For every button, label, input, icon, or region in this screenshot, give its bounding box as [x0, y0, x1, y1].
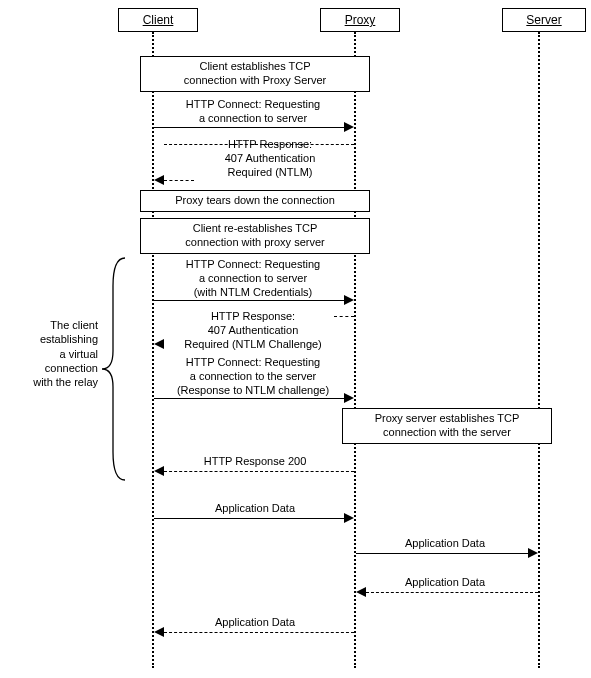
annotation-line: The client: [50, 319, 98, 331]
msg-line: Application Data: [405, 537, 485, 549]
annotation-line: a virtual: [59, 348, 98, 360]
note-line: Proxy tears down the connection: [175, 194, 335, 206]
note-line: connection with Proxy Server: [184, 74, 326, 86]
note-reestablish-tcp-proxy: Client re-establishes TCP connection wit…: [140, 218, 370, 254]
msg-line: 407 Authentication: [208, 324, 299, 336]
msg-http-connect-1: HTTP Connect: Requesting a connection to…: [163, 98, 343, 126]
msg-line: HTTP Connect: Requesting: [186, 258, 320, 270]
msg-line: Application Data: [215, 616, 295, 628]
lifeline-proxy: [354, 32, 356, 668]
arrow-head-icon: [528, 548, 538, 558]
note-line: Proxy server establishes TCP: [375, 412, 520, 424]
arrow-head-icon: [344, 122, 354, 132]
arrow-head-icon: [344, 393, 354, 403]
msg-line: HTTP Response 200: [204, 455, 307, 467]
annotation-line: establishing: [40, 333, 98, 345]
note-proxy-tears-down: Proxy tears down the connection: [140, 190, 370, 212]
arrow-line: [164, 144, 354, 145]
annotation-virtual-connection: The client establishing a virtual connec…: [18, 318, 98, 389]
arrow-head-icon: [154, 339, 164, 349]
msg-line: HTTP Response:: [211, 310, 295, 322]
msg-line: (with NTLM Credentials): [194, 286, 313, 298]
msg-appdata-1: Application Data: [190, 502, 320, 516]
msg-http-200: HTTP Response 200: [180, 455, 330, 469]
msg-appdata-4: Application Data: [190, 616, 320, 630]
note-line: connection with the server: [383, 426, 511, 438]
arrow-head-icon: [154, 175, 164, 185]
msg-appdata-2: Application Data: [380, 537, 510, 551]
arrow-line: [164, 632, 354, 633]
arrow-line: [154, 127, 344, 128]
msg-line: Application Data: [215, 502, 295, 514]
note-proxy-server-tcp: Proxy server establishes TCP connection …: [342, 408, 552, 444]
sequence-diagram: Client Proxy Server Client establishes T…: [0, 0, 591, 678]
note-establish-tcp-proxy: Client establishes TCP connection with P…: [140, 56, 370, 92]
note-line: Client re-establishes TCP: [193, 222, 318, 234]
participant-proxy: Proxy: [320, 8, 400, 32]
msg-line: a connection to server: [199, 272, 307, 284]
msg-line: HTTP Connect: Requesting: [186, 356, 320, 368]
arrow-line: [334, 316, 354, 317]
msg-http-connect-ntlm-creds: HTTP Connect: Requesting a connection to…: [163, 258, 343, 299]
arrow-line: [366, 592, 538, 593]
annotation-line: with the relay: [33, 376, 98, 388]
msg-line: Required (NTLM Challenge): [184, 338, 322, 350]
arrow-head-icon: [154, 466, 164, 476]
participant-client: Client: [118, 8, 198, 32]
arrow-line: [154, 398, 344, 399]
arrow-line: [154, 518, 344, 519]
msg-http-407-ntlm-challenge: HTTP Response: 407 Authentication Requir…: [163, 310, 343, 351]
msg-line: a connection to server: [199, 112, 307, 124]
arrow-line: [164, 471, 354, 472]
annotation-line: connection: [45, 362, 98, 374]
note-line: Client establishes TCP: [199, 60, 310, 72]
participant-server: Server: [502, 8, 586, 32]
note-line: connection with proxy server: [185, 236, 324, 248]
arrow-line: [154, 300, 344, 301]
msg-line: Application Data: [405, 576, 485, 588]
arrow-head-icon: [154, 627, 164, 637]
lifeline-server: [538, 32, 540, 668]
arrow-line: [356, 553, 528, 554]
msg-line: 407 Authentication: [225, 152, 316, 164]
msg-line: a connection to the server: [190, 370, 317, 382]
arrow-head-icon: [356, 587, 366, 597]
msg-line: HTTP Connect: Requesting: [186, 98, 320, 110]
msg-http-connect-ntlm-response: HTTP Connect: Requesting a connection to…: [163, 356, 343, 397]
msg-appdata-3: Application Data: [380, 576, 510, 590]
msg-line: Required (NTLM): [228, 166, 313, 178]
curly-brace-icon: [100, 256, 130, 482]
arrow-head-icon: [344, 513, 354, 523]
arrow-head-icon: [344, 295, 354, 305]
msg-line: (Response to NTLM challenge): [177, 384, 329, 396]
arrow-line: [164, 180, 194, 181]
